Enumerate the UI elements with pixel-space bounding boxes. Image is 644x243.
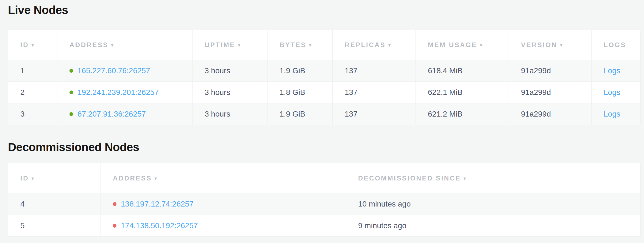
node-id-cell: 2: [8, 82, 57, 103]
column-header-logs: LOGS: [592, 30, 641, 60]
column-header-address[interactable]: ADDRESS▾: [101, 163, 346, 193]
node-address-link[interactable]: 138.197.12.74:26257: [121, 200, 194, 208]
sort-arrow-icon: ▾: [111, 43, 113, 47]
status-live-icon: [69, 69, 73, 73]
node-logs-cell: Logs: [592, 60, 641, 82]
column-header-label: LOGS: [604, 41, 626, 49]
column-header-label: VERSION: [521, 41, 557, 49]
column-header-label: ID: [20, 41, 29, 49]
node-mem-usage-cell: 621.2 MiB: [416, 103, 509, 125]
node-uptime-cell: 3 hours: [193, 60, 267, 82]
sort-arrow-icon: ▾: [238, 43, 240, 47]
sort-arrow-icon: ▾: [309, 43, 311, 47]
node-address-cell: 192.241.239.201:26257: [57, 82, 193, 103]
decommissioned-nodes-title: Decommissioned Nodes: [8, 140, 640, 154]
live-nodes-title: Live Nodes: [8, 3, 640, 17]
node-logs-cell: Logs: [592, 103, 641, 125]
column-header-decommissioned-since[interactable]: DECOMMISSIONED SINCE▾: [346, 163, 641, 193]
sort-arrow-icon: ▾: [32, 43, 34, 47]
logs-link[interactable]: Logs: [604, 110, 620, 118]
column-header-mem-usage[interactable]: MEM USAGE▾: [416, 30, 509, 60]
column-header-label: BYTES: [280, 41, 306, 49]
table-row: 3 67.207.91.36:26257 3 hours 1.9 GiB 137…: [8, 103, 641, 125]
sort-arrow-icon: ▾: [480, 43, 482, 47]
column-header-bytes[interactable]: BYTES▾: [267, 30, 333, 60]
status-decommissioned-icon: [113, 202, 116, 206]
logs-link[interactable]: Logs: [604, 66, 620, 75]
node-version-cell: 91a299d: [509, 82, 592, 103]
table-row: 4 138.197.12.74:26257 10 minutes ago: [8, 193, 641, 215]
node-address-link[interactable]: 67.207.91.36:26257: [77, 110, 146, 118]
node-address-cell: 67.207.91.36:26257: [57, 103, 193, 125]
column-header-version[interactable]: VERSION▾: [509, 30, 592, 60]
node-address-link[interactable]: 165.227.60.76:26257: [77, 66, 150, 75]
column-header-label: ADDRESS: [69, 41, 108, 49]
sort-arrow-icon: ▾: [155, 176, 157, 181]
node-id-cell: 3: [8, 103, 57, 125]
node-mem-usage-cell: 622.1 MiB: [416, 82, 509, 103]
column-header-label: DECOMMISSIONED SINCE: [358, 174, 461, 182]
node-address-cell: 174.138.50.192:26257: [101, 215, 346, 237]
node-bytes-cell: 1.9 GiB: [267, 60, 333, 82]
node-replicas-cell: 137: [333, 60, 416, 82]
live-nodes-header-row: ID▾ ADDRESS▾ UPTIME▾ BYTES▾ REPLICAS▾ ME…: [8, 30, 641, 60]
live-nodes-table: ID▾ ADDRESS▾ UPTIME▾ BYTES▾ REPLICAS▾ ME…: [8, 30, 641, 125]
node-uptime-cell: 3 hours: [193, 103, 267, 125]
node-address-cell: 138.197.12.74:26257: [101, 193, 346, 215]
decommissioned-since-cell: 9 minutes ago: [346, 215, 641, 237]
column-header-id[interactable]: ID▾: [8, 30, 57, 60]
column-header-label: MEM USAGE: [428, 41, 477, 49]
node-id-cell: 1: [8, 60, 57, 82]
decommissioned-since-cell: 10 minutes ago: [346, 193, 641, 215]
decommissioned-nodes-header-row: ID▾ ADDRESS▾ DECOMMISSIONED SINCE▾: [8, 163, 641, 193]
column-header-id[interactable]: ID▾: [8, 163, 101, 193]
node-address-link[interactable]: 192.241.239.201:26257: [77, 88, 159, 97]
status-live-icon: [69, 112, 73, 116]
sort-arrow-icon: ▾: [388, 43, 391, 47]
table-row: 5 174.138.50.192:26257 9 minutes ago: [8, 215, 641, 237]
sort-arrow-icon: ▾: [32, 176, 34, 181]
node-version-cell: 91a299d: [509, 103, 592, 125]
node-mem-usage-cell: 618.4 MiB: [416, 60, 509, 82]
node-address-link[interactable]: 174.138.50.192:26257: [121, 221, 198, 230]
column-header-label: REPLICAS: [345, 41, 386, 49]
nodes-page: Live Nodes ID▾ ADDRESS▾ UPTIME▾ BYTES▾: [0, 0, 644, 237]
node-logs-cell: Logs: [592, 82, 641, 103]
column-header-label: UPTIME: [205, 41, 235, 49]
table-row: 1 165.227.60.76:26257 3 hours 1.9 GiB 13…: [8, 60, 641, 82]
node-bytes-cell: 1.8 GiB: [267, 82, 333, 103]
node-bytes-cell: 1.9 GiB: [267, 103, 333, 125]
node-uptime-cell: 3 hours: [193, 82, 267, 103]
column-header-uptime[interactable]: UPTIME▾: [193, 30, 267, 60]
column-header-address[interactable]: ADDRESS▾: [57, 30, 193, 60]
sort-arrow-icon: ▾: [464, 176, 466, 181]
decommissioned-nodes-table: ID▾ ADDRESS▾ DECOMMISSIONED SINCE▾ 4 138…: [8, 163, 641, 237]
node-version-cell: 91a299d: [509, 60, 592, 82]
table-row: 2 192.241.239.201:26257 3 hours 1.8 GiB …: [8, 82, 641, 103]
logs-link[interactable]: Logs: [604, 88, 620, 97]
node-replicas-cell: 137: [333, 103, 416, 125]
status-live-icon: [69, 91, 73, 94]
node-id-cell: 5: [8, 215, 101, 237]
sort-arrow-icon: ▾: [560, 43, 562, 47]
column-header-replicas[interactable]: REPLICAS▾: [333, 30, 416, 60]
column-header-label: ID: [20, 174, 29, 182]
node-id-cell: 4: [8, 193, 101, 215]
column-header-label: ADDRESS: [113, 174, 152, 182]
node-replicas-cell: 137: [333, 82, 416, 103]
node-address-cell: 165.227.60.76:26257: [57, 60, 193, 82]
status-decommissioned-icon: [113, 224, 116, 228]
